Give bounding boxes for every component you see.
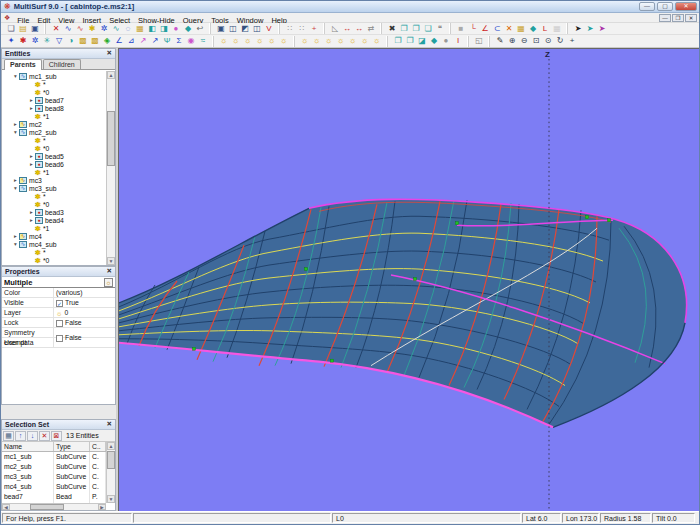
tree-expander-icon[interactable]: ▸	[12, 233, 19, 239]
select-pointer-icon[interactable]: ➤	[572, 23, 584, 34]
tree-item-bead3[interactable]: ▸●bead3	[2, 208, 106, 216]
tree-item-mc3sub[interactable]: ▾∿mc3_sub	[2, 184, 106, 192]
angle-entity-icon[interactable]: ∠	[113, 36, 125, 47]
tree-expander-icon[interactable]: ▸	[28, 161, 35, 167]
measure-triangle-icon[interactable]: ◺	[329, 23, 341, 34]
right-triangle-icon[interactable]: ⊿	[125, 36, 137, 47]
snake-curve-icon[interactable]: ∿	[110, 23, 122, 34]
selection-row-mc4_sub[interactable]: mc4_subSubCurveC.	[2, 482, 106, 492]
zoom-window-icon[interactable]: ⊡	[530, 36, 542, 47]
cube-teal-icon[interactable]: ◆	[428, 36, 440, 47]
scroll-up-icon[interactable]: ▲	[107, 442, 115, 450]
delete-entity-icon[interactable]: ✕	[50, 23, 62, 34]
tree-item-mc2sub[interactable]: ▾∿mc2_sub	[2, 128, 106, 136]
remove-entity-icon[interactable]: ✕	[39, 431, 50, 441]
column-header-name[interactable]: Name	[2, 442, 54, 451]
selection-row-bead7[interactable]: bead7BeadP.	[2, 492, 106, 502]
stretch-left-icon[interactable]: ↔	[341, 23, 353, 34]
copy-special-icon[interactable]: ❐	[404, 36, 416, 47]
viewport-corner-icon[interactable]: ◩	[239, 23, 251, 34]
tree-expander-icon[interactable]: ▸	[28, 105, 35, 111]
entities-vertical-scrollbar[interactable]: ▲ ▼	[106, 71, 115, 265]
pointer-pen-icon[interactable]: ✎	[494, 36, 506, 47]
column-header-type[interactable]: Type	[54, 442, 90, 451]
magenta-arrow-icon[interactable]: ↗	[137, 36, 149, 47]
teal-solid-icon[interactable]: ◆	[527, 23, 539, 34]
checkbox-checked-icon[interactable]: ✓	[56, 300, 63, 307]
select-toggle-icon[interactable]: ➤	[596, 23, 608, 34]
yellow-grid-icon[interactable]: ▦	[515, 23, 527, 34]
pink-ring-icon[interactable]: ◉	[185, 36, 197, 47]
corner-line-icon[interactable]: └	[467, 23, 479, 34]
copy-entities-icon[interactable]: ❐	[392, 36, 404, 47]
tree-expander-icon[interactable]: ▸	[12, 121, 19, 127]
star-curve-icon[interactable]: ✲	[98, 23, 110, 34]
selection-row-mc3_sub[interactable]: mc3_subSubCurveC.	[2, 472, 106, 482]
pale-grid-icon[interactable]: ▦	[551, 23, 563, 34]
tree-item-mc4[interactable]: ▸∿mc4	[2, 232, 106, 240]
scrollbar-thumb[interactable]	[30, 504, 64, 510]
blue-arrow-icon[interactable]: ↗	[149, 36, 161, 47]
3d-viewport[interactable]: Z	[118, 48, 699, 511]
grid-dense-icon[interactable]: ∷	[296, 23, 308, 34]
viewport-quad-icon[interactable]: ◫	[251, 23, 263, 34]
open-file-icon[interactable]: ▤	[17, 23, 29, 34]
selection-row-mc2_sub[interactable]: mc2_subSubCurveC.	[2, 462, 106, 472]
grid-dots-icon[interactable]: ∷	[284, 23, 296, 34]
tree-expander-icon[interactable]: ▾	[12, 129, 19, 135]
show-bulb-icon[interactable]: ☼	[218, 36, 230, 47]
property-value[interactable]: ☼0	[54, 308, 115, 318]
stretch-right-icon[interactable]: ↔	[353, 23, 365, 34]
pan-view-icon[interactable]: +	[566, 36, 578, 47]
maximize-button[interactable]: ▢	[657, 2, 673, 11]
hide-parents-icon[interactable]: ☼	[323, 36, 335, 47]
green-diamond-icon[interactable]: ◈	[101, 36, 113, 47]
viewport-single-icon[interactable]: ▣	[215, 23, 227, 34]
tree-expander-icon[interactable]: ▸	[28, 97, 35, 103]
arc-tool-icon[interactable]: ⊂	[491, 23, 503, 34]
dock-splitter[interactable]	[1, 405, 116, 419]
new-document-icon[interactable]: ❏	[5, 23, 17, 34]
undo-arrow-icon[interactable]: ↩	[194, 23, 206, 34]
curve-points-icon[interactable]: ∿	[74, 23, 86, 34]
scroll-down-icon[interactable]: ▼	[107, 495, 115, 503]
isolate-icon[interactable]: ☼	[359, 36, 371, 47]
sum-icon[interactable]: Σ	[173, 36, 185, 47]
tree-item-mc2[interactable]: ▸∿mc2	[2, 120, 106, 128]
property-value[interactable]	[54, 338, 115, 348]
scroll-down-icon[interactable]: ▼	[107, 257, 115, 265]
table-grid-icon[interactable]: ▦	[3, 431, 14, 441]
surface-grid-icon[interactable]: ▦	[134, 23, 146, 34]
cut-x-icon[interactable]: ✖	[386, 23, 398, 34]
yellow-mesh-icon[interactable]: ▩	[77, 36, 89, 47]
red-star-icon[interactable]: ✱	[17, 36, 29, 47]
tab-parents[interactable]: Parents	[4, 59, 42, 70]
column-header-c[interactable]: C..	[90, 442, 106, 451]
paste-page-icon[interactable]: ❏	[422, 23, 434, 34]
blue-star-icon[interactable]: ✲	[29, 36, 41, 47]
hide-set-icon[interactable]: ☼	[266, 36, 278, 47]
zoom-in-icon[interactable]: ⊕	[506, 36, 518, 47]
grid-snap-icon[interactable]: +	[308, 23, 320, 34]
toggle-visibility-icon[interactable]: ☼	[278, 36, 290, 47]
tree-item-[interactable]: ✱*	[2, 192, 106, 200]
show-set-icon[interactable]: ☼	[254, 36, 266, 47]
tree-expander-icon[interactable]: ▾	[12, 73, 19, 79]
mdi-minimize-button[interactable]: —	[659, 14, 671, 22]
tree-item-0[interactable]: ✱*0	[2, 200, 106, 208]
checkbox-icon[interactable]	[56, 320, 63, 327]
tree-expander-icon[interactable]: ▸	[28, 153, 35, 159]
copy-page-icon[interactable]: ❐	[398, 23, 410, 34]
selection-row-mc1_sub[interactable]: mc1_subSubCurveC.	[2, 452, 106, 462]
surface-render[interactable]: Z	[119, 49, 699, 511]
solid-right-icon[interactable]: ◨	[158, 23, 170, 34]
show-parents-icon[interactable]: ☼	[311, 36, 323, 47]
angle-measure-icon[interactable]: ∠	[479, 23, 491, 34]
gray-dot-icon[interactable]: ●	[440, 36, 452, 47]
show-all-bulb-icon[interactable]: ☼	[299, 36, 311, 47]
tree-item-bead8[interactable]: ▸●bead8	[2, 104, 106, 112]
tree-item-0[interactable]: ✱*0	[2, 88, 106, 96]
property-value[interactable]: (various)	[54, 288, 115, 298]
red-l-icon[interactable]: L	[539, 23, 551, 34]
scroll-up-icon[interactable]: ▲	[107, 71, 115, 79]
